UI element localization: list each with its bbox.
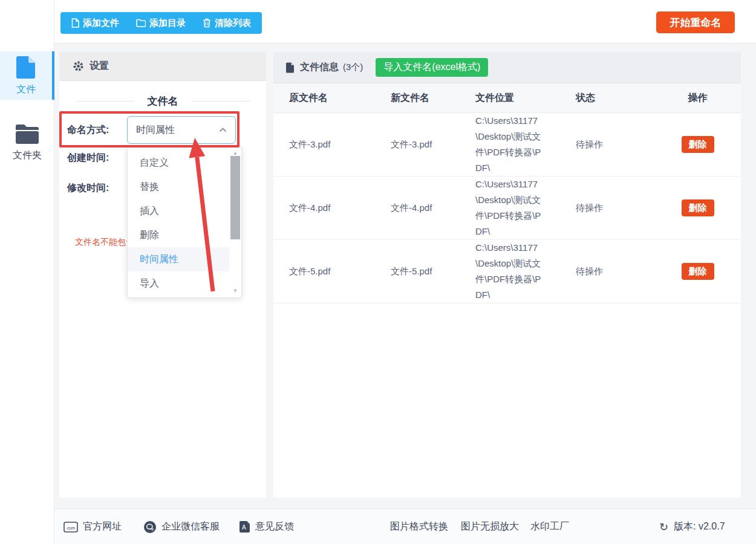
delete-button[interactable]: 删除 xyxy=(682,263,714,280)
file-info-panel: 文件信息 (3个) 导入文件名(excel格式) 原文件名 新文件名 文件位置 … xyxy=(273,52,741,497)
trash-icon xyxy=(203,18,211,28)
clear-list-label: 清除列表 xyxy=(215,18,251,29)
divider xyxy=(76,101,134,102)
svg-text:A: A xyxy=(242,524,246,531)
filename-section-title: 文件名 xyxy=(59,94,266,108)
start-rename-label: 开始重命名 xyxy=(670,16,722,30)
official-site-link[interactable]: .com 官方网址 xyxy=(64,509,122,544)
product-link-image-convert[interactable]: 图片格式转换 xyxy=(390,509,448,544)
settings-header: 设置 xyxy=(59,52,266,81)
modified-time-label: 修改时间: xyxy=(67,182,109,195)
main-content: 设置 文件名 命名方式: 时间属性 创建时间: 修改时间: 文件名不能包含下列任… xyxy=(54,44,756,508)
col-action: 操作 xyxy=(666,92,729,105)
cell-location: C:\Users\31177\Desktop\测试文件\PDF转换器\PDF\ xyxy=(475,240,547,303)
dropdown-options: 自定义 替换 插入 删除 时间属性 导入 xyxy=(128,151,229,296)
cell-new-name: 文件-5.pdf xyxy=(391,266,475,277)
add-directory-button[interactable]: 添加目录 xyxy=(128,12,194,34)
add-directory-icon xyxy=(136,19,146,27)
dropdown-option-delete[interactable]: 删除 xyxy=(128,223,229,247)
file-actions-group: 添加文件 添加目录 清除列表 xyxy=(60,12,262,34)
product-link-image-enlarge[interactable]: 图片无损放大 xyxy=(461,509,519,544)
sidebar-item-folder[interactable]: 文件夹 xyxy=(0,115,54,170)
naming-method-select[interactable]: 时间属性 xyxy=(127,116,236,144)
dropdown-option-import[interactable]: 导入 xyxy=(128,271,229,296)
feedback-icon: A xyxy=(239,520,250,533)
col-original-name: 原文件名 xyxy=(289,92,391,105)
col-location: 文件位置 xyxy=(475,92,576,105)
created-time-label: 创建时间: xyxy=(67,152,109,164)
table-header: 原文件名 新文件名 文件位置 状态 操作 xyxy=(273,83,741,113)
cell-location: C:\Users\31177\Desktop\测试文件\PDF转换器\PDF\ xyxy=(475,176,547,239)
file-count: (3个) xyxy=(343,62,363,73)
settings-body: 文件名 命名方式: 时间属性 创建时间: 修改时间: 文件名不能包含下列任何字符… xyxy=(59,81,266,497)
gear-icon xyxy=(73,60,84,72)
sidebar-item-folder-label: 文件夹 xyxy=(13,149,42,162)
wechat-support-link[interactable]: 企业微信客服 xyxy=(143,509,220,544)
product-link-watermark[interactable]: 水印工厂 xyxy=(530,509,569,544)
naming-method-dropdown: 自定义 替换 插入 删除 时间属性 导入 ▲ ▼ xyxy=(127,147,242,298)
top-toolbar: 添加文件 添加目录 清除列表 开始重命名 xyxy=(54,0,756,44)
dropdown-scrollbar[interactable]: ▲ ▼ xyxy=(229,147,241,297)
add-file-button[interactable]: 添加文件 xyxy=(63,12,128,34)
dropdown-option-insert[interactable]: 插入 xyxy=(128,199,229,223)
sidebar-item-file-label: 文件 xyxy=(16,83,36,96)
naming-method-label: 命名方式: xyxy=(67,124,109,137)
table-row: 文件-5.pdf 文件-5.pdf C:\Users\31177\Desktop… xyxy=(273,240,741,303)
delete-button[interactable]: 删除 xyxy=(682,199,714,216)
cell-new-name: 文件-3.pdf xyxy=(391,139,475,151)
document-icon xyxy=(285,62,295,73)
cell-original-name: 文件-3.pdf xyxy=(289,139,391,151)
divider xyxy=(192,101,250,102)
start-rename-button[interactable]: 开始重命名 xyxy=(656,11,735,33)
scrollbar-thumb[interactable] xyxy=(230,156,240,239)
product-image-enlarge-label: 图片无损放大 xyxy=(461,520,519,533)
official-site-label: 官方网址 xyxy=(83,520,122,533)
sidebar: 文件 文件夹 xyxy=(0,0,54,544)
dropdown-option-time-attribute[interactable]: 时间属性 xyxy=(128,247,229,271)
dropdown-option-replace[interactable]: 替换 xyxy=(128,175,229,199)
version-label: 版本: v2.0.7 xyxy=(674,520,725,533)
product-image-convert-label: 图片格式转换 xyxy=(390,520,448,533)
scroll-up-icon[interactable]: ▲ xyxy=(229,150,241,156)
add-file-icon xyxy=(71,18,79,28)
cell-status: 待操作 xyxy=(576,266,666,277)
table-row: 文件-4.pdf 文件-4.pdf C:\Users\31177\Desktop… xyxy=(273,176,741,240)
wechat-chat-icon xyxy=(143,520,157,534)
refresh-icon[interactable]: ↻ xyxy=(659,520,668,534)
cell-original-name: 文件-4.pdf xyxy=(289,202,391,214)
product-watermark-label: 水印工厂 xyxy=(530,520,569,533)
file-info-header: 文件信息 (3个) 导入文件名(excel格式) xyxy=(273,52,741,83)
file-icon xyxy=(15,55,37,79)
version-info: ↻ 版本: v2.0.7 xyxy=(659,509,725,544)
cell-location: C:\Users\31177\Desktop\测试文件\PDF转换器\PDF\ xyxy=(475,113,547,176)
feedback-link[interactable]: A 意见反馈 xyxy=(239,509,294,544)
table-row: 文件-3.pdf 文件-3.pdf C:\Users\31177\Desktop… xyxy=(273,113,741,176)
delete-button[interactable]: 删除 xyxy=(682,136,714,153)
naming-method-value: 时间属性 xyxy=(136,124,175,137)
col-new-name: 新文件名 xyxy=(391,92,475,105)
wechat-support-label: 企业微信客服 xyxy=(161,520,220,533)
col-status: 状态 xyxy=(576,92,666,105)
file-info-title: 文件信息 xyxy=(300,61,339,74)
add-file-label: 添加文件 xyxy=(83,18,119,29)
dropdown-option-custom[interactable]: 自定义 xyxy=(128,151,229,175)
clear-list-button[interactable]: 清除列表 xyxy=(194,12,259,34)
settings-title: 设置 xyxy=(90,60,109,73)
folder-icon xyxy=(15,123,40,145)
filename-section-label: 文件名 xyxy=(148,94,178,108)
scroll-down-icon[interactable]: ▼ xyxy=(229,288,241,294)
cell-original-name: 文件-5.pdf xyxy=(289,266,391,277)
chevron-up-icon xyxy=(219,128,227,132)
cell-status: 待操作 xyxy=(576,202,666,214)
add-directory-label: 添加目录 xyxy=(149,18,186,29)
cell-status: 待操作 xyxy=(576,139,666,151)
feedback-label: 意见反馈 xyxy=(255,520,294,533)
cell-new-name: 文件-4.pdf xyxy=(391,202,475,214)
website-icon: .com xyxy=(64,522,78,533)
sidebar-item-file[interactable]: 文件 xyxy=(0,51,54,100)
footer-bar: .com 官方网址 企业微信客服 A 意见反馈 图片格式转换 图片无损放大 水印… xyxy=(54,508,756,544)
svg-text:.com: .com xyxy=(66,526,75,530)
settings-panel: 设置 文件名 命名方式: 时间属性 创建时间: 修改时间: 文件名不能包含下列任… xyxy=(59,52,266,497)
import-excel-button[interactable]: 导入文件名(excel格式) xyxy=(376,58,488,77)
